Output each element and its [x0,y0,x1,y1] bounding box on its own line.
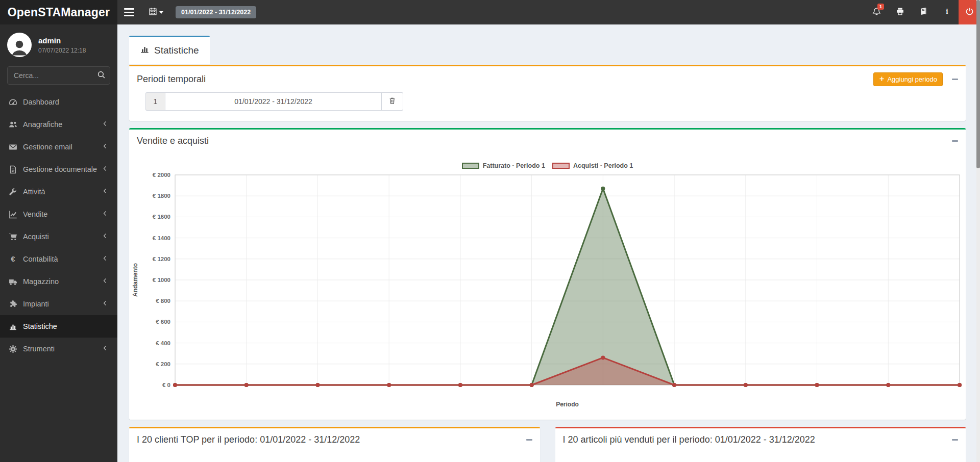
chevron-left-icon [102,255,110,264]
sidebar-item-anagrafiche[interactable]: Anagrafiche [0,113,117,136]
gear-icon [9,345,17,353]
calendar-icon [149,7,157,18]
sidebar: admin 07/07/2022 12:18 DashboardAnagrafi… [0,24,117,462]
svg-text:€: € [11,255,15,263]
user-name: admin [38,36,86,45]
panel-title: I 20 clienti TOP per il periodo: 01/01/2… [137,434,360,445]
main-content: Statistiche Periodi temporali Aggiungi p… [117,24,980,462]
sidebar-toggle-button[interactable] [117,0,141,24]
chart-canvas[interactable]: € 0€ 200€ 400€ 600€ 800€ 1000€ 1200€ 140… [129,172,966,412]
euro-icon: € [9,255,17,264]
collapse-icon[interactable] [952,439,958,441]
panel-periodi-temporali: Periodi temporali Aggiungi periodo 1 [129,65,966,121]
legend-swatch [552,163,570,169]
add-period-label: Aggiungi periodo [887,75,937,83]
top-navbar: OpenSTAManager 01/01/2022 - 31/12/2022 1… [0,0,980,24]
chart-line-icon [9,210,17,219]
document-icon [9,165,17,174]
app-logo[interactable]: OpenSTAManager [0,0,117,24]
svg-text:€ 1600: € 1600 [153,214,170,220]
sidebar-item-label: Attività [23,188,102,196]
tab-label: Statistiche [154,45,199,56]
legend-swatch [462,163,479,169]
svg-text:€ 600: € 600 [156,319,170,325]
print-button[interactable] [888,0,912,24]
legend-entry: Fatturato - Periodo 1 [462,162,545,169]
plus-icon [879,75,885,83]
chevron-left-icon [102,120,110,129]
panel-top-clienti: I 20 clienti TOP per il periodo: 01/01/2… [129,427,540,462]
navbar-date-range[interactable]: 01/01/2022 - 31/12/2022 [176,6,256,18]
user-panel: admin 07/07/2022 12:18 [0,24,117,64]
sidebar-item-attivita[interactable]: Attività [0,181,117,203]
period-range-input[interactable] [165,92,382,111]
sidebar-item-label: Anagrafiche [23,120,102,129]
sidebar-item-label: Vendite [23,210,102,218]
collapse-icon[interactable] [526,439,532,441]
delete-period-button[interactable] [382,92,403,111]
caret-down-icon [159,11,163,14]
info-button[interactable]: i [935,0,959,24]
svg-text:€ 1000: € 1000 [153,277,170,283]
sidebar-item-label: Strumenti [23,345,102,353]
sales-purchases-chart: Fatturato - Periodo 1Acquisti - Periodo … [129,151,966,420]
scrollbar-thumb[interactable] [976,0,980,168]
sidebar-item-impianti[interactable]: Impianti [0,293,117,315]
sidebar-item-label: Statistiche [23,322,110,330]
book-icon [919,7,928,18]
collapse-icon[interactable] [952,140,958,142]
sidebar-item-magazzino[interactable]: Magazzino [0,270,117,293]
sidebar-item-strumenti[interactable]: Strumenti [0,338,117,360]
chevron-left-icon [102,300,110,309]
collapse-icon[interactable] [952,79,958,80]
svg-text:€ 1200: € 1200 [153,256,170,262]
add-period-button[interactable]: Aggiungi periodo [873,72,943,86]
sidebar-item-dashboard[interactable]: Dashboard [0,91,117,113]
panel-vendite-acquisti: Vendite e acquisti Fatturato - Periodo 1… [129,128,966,420]
sidebar-item-statistiche[interactable]: Statistiche [0,315,117,338]
period-index: 1 [145,92,165,111]
legend-label: Fatturato - Periodo 1 [483,162,545,169]
info-icon: i [943,7,951,18]
truck-icon [9,277,17,286]
docs-button[interactable] [912,0,935,24]
period-row: 1 [145,92,403,111]
cart-icon [9,233,17,241]
puzzle-icon [9,300,17,309]
notifications-button[interactable]: 1 [865,0,888,24]
panel-title: Vendite e acquisti [137,136,209,146]
sidebar-item-label: Contabilità [23,255,102,263]
legend-entry: Acquisti - Periodo 1 [552,162,633,169]
chevron-left-icon [102,210,110,219]
panel-title: Periodi temporali [137,74,206,85]
trash-icon [388,97,396,107]
sidebar-item-label: Gestione email [23,143,102,151]
period-picker-button[interactable] [141,0,170,24]
panel-articoli-venduti: I 20 articoli più venduti per il periodo… [555,427,966,462]
chart-legend: Fatturato - Periodo 1Acquisti - Periodo … [129,161,966,171]
svg-text:€ 400: € 400 [156,340,170,346]
sidebar-item-gestione-email[interactable]: Gestione email [0,136,117,158]
svg-text:€ 1800: € 1800 [153,193,170,199]
chevron-left-icon [102,188,110,196]
sidebar-item-contabilita[interactable]: €Contabilità [0,248,117,270]
svg-text:i: i [946,8,948,15]
avatar[interactable] [7,33,32,57]
svg-text:€ 200: € 200 [156,361,170,367]
svg-text:€ 0: € 0 [162,382,170,388]
search-input[interactable] [7,66,110,85]
sidebar-item-acquisti[interactable]: Acquisti [0,225,117,248]
sidebar-item-label: Acquisti [23,233,102,241]
printer-icon [896,7,904,18]
chevron-left-icon [102,277,110,286]
sidebar-item-gestione-documentale[interactable]: Gestione documentale [0,158,117,181]
sidebar-item-vendite[interactable]: Vendite [0,203,117,225]
svg-text:€ 2000: € 2000 [153,172,170,178]
page-scrollbar[interactable] [976,0,980,462]
search-icon[interactable] [97,70,106,81]
user-datetime: 07/07/2022 12:18 [38,47,86,54]
tachometer-icon [9,98,17,107]
bar-chart-icon [9,322,17,331]
tab-statistiche[interactable]: Statistiche [129,36,210,64]
sidebar-item-label: Gestione documentale [23,165,102,173]
